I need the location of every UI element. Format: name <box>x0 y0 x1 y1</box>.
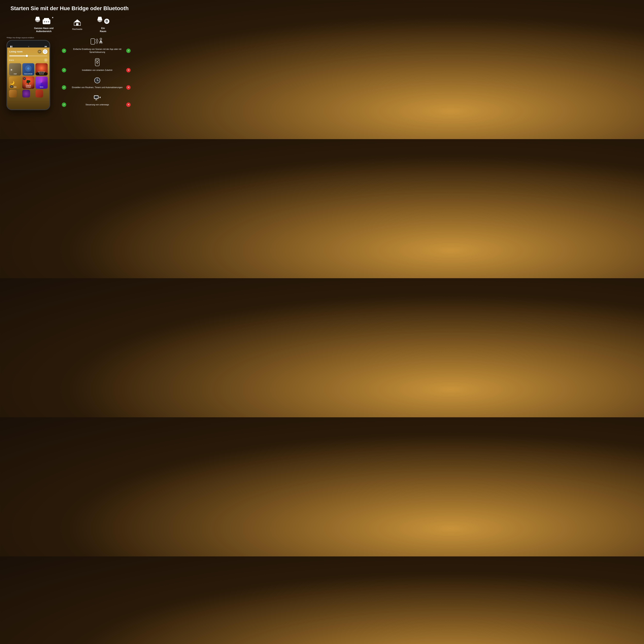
svg-rect-43 <box>94 96 98 98</box>
features-column: Einfache Erstellung von Szenen mit der A… <box>58 37 133 112</box>
spotlight-icon-2 <box>96 17 103 26</box>
main-container: Starten Sie mit der Hue Bridge oder Blue… <box>0 0 139 139</box>
slider-fill <box>9 56 26 56</box>
remote-access-icon-row <box>62 94 133 101</box>
clock-icon-row <box>62 77 133 84</box>
read-icon: ☀ <box>9 67 21 72</box>
scenes-add-button[interactable]: + <box>44 58 48 62</box>
scenes-label: ENES <box>9 59 14 61</box>
scene-read[interactable]: ☀ read <box>9 63 21 75</box>
feature-accessories-row: Installation von smartem Zubehör <box>62 68 133 72</box>
scenes-bluetooth-check <box>126 49 131 53</box>
battery-indicator: ▮▮▮ <box>45 46 47 47</box>
relax-more[interactable]: ••• <box>10 85 13 88</box>
svg-point-35 <box>97 63 98 64</box>
svg-text:B: B <box>106 19 108 23</box>
svg-point-41 <box>97 80 98 81</box>
tropical-label: Tropical Twilight <box>22 84 35 89</box>
svg-point-4 <box>44 21 45 22</box>
bottom-scene-1[interactable] <box>9 90 17 98</box>
feature-routines-row: Einstellen von Routinen, Timern und Auto… <box>62 85 133 90</box>
scene-soho[interactable]: Soho <box>35 77 48 89</box>
bluetooth-icons: B <box>96 17 110 26</box>
feature-scenes-center: Einfache Erstellung von Szenen mit der A… <box>70 48 125 54</box>
relax-icon: 🌙 <box>9 79 21 85</box>
remote-access-icon <box>94 94 101 101</box>
routines-bridge-check <box>62 85 66 90</box>
tropical-edit-badge[interactable]: ✎ <box>23 77 26 80</box>
phone-room-header: Living room ••• <box>7 48 49 55</box>
spotlight-icon <box>34 17 41 26</box>
scene-savannah[interactable]: Savannah Sunset <box>35 63 48 75</box>
soho-label: Soho <box>35 85 48 89</box>
signal-indicator: ▐▌▌ <box>10 46 13 47</box>
bottom-scene-2[interactable] <box>22 90 30 98</box>
phone-room-icons: ••• <box>38 49 47 54</box>
feature-accessories-text: Installation von smartem Zubehör <box>82 69 112 72</box>
phone-room-title: Living room <box>9 50 23 53</box>
routines-bluetooth-x <box>126 85 131 90</box>
content-area: *Philips Hue Bridge separat erhältlich ▐… <box>6 37 133 112</box>
scene-relax[interactable]: ••• 🌙 elax <box>9 77 21 89</box>
concentrate-label: Concentrate <box>22 72 35 75</box>
feature-remote-text: Steuerung von unterwegs <box>86 103 109 106</box>
bluetooth-label: Ein Raum <box>100 27 106 33</box>
svg-point-20 <box>27 67 29 69</box>
savannah-label: Savannah Sunset <box>35 70 48 75</box>
svg-marker-9 <box>74 20 81 22</box>
top-section: * Ganzes Haus und Außenbereich Reichweit… <box>6 17 133 33</box>
remote-icon <box>94 58 100 66</box>
phone-status-bar: ▐▌▌ ⍐ ▮▮▮ <box>7 45 49 48</box>
remote-icon-row <box>62 58 133 66</box>
scene-tropical[interactable]: ✎ Tropical Twilight <box>22 77 35 89</box>
accessories-bridge-check <box>62 68 66 72</box>
bottom-scene-3[interactable] <box>35 90 43 98</box>
page-title: Starten Sie mit der Hue Bridge oder Blue… <box>6 5 133 12</box>
remote-bridge-check <box>62 103 66 107</box>
phone-bottom-row <box>7 89 49 99</box>
svg-point-36 <box>97 61 98 62</box>
svg-point-5 <box>46 21 47 22</box>
scenes-section: ENES + ☀ read <box>7 58 49 89</box>
feature-remote-center: Steuerung von unterwegs <box>70 103 125 106</box>
phone-notch <box>21 42 36 45</box>
svg-rect-2 <box>37 22 39 22</box>
scenes-grid-row2: ••• 🌙 elax <box>9 77 48 89</box>
clock-icon <box>94 77 101 84</box>
bridge-column: * Ganzes Haus und Außenbereich <box>23 17 64 33</box>
brightness-slider[interactable] <box>7 55 49 58</box>
bridge-asterisk: * <box>52 16 53 20</box>
phone-menu-button[interactable]: ••• <box>38 50 41 54</box>
svg-rect-10 <box>76 23 78 26</box>
home-icon <box>74 19 81 27</box>
svg-rect-13 <box>99 22 101 22</box>
feature-routines-center: Einstellen von Routinen, Timern und Auto… <box>70 86 125 89</box>
svg-rect-24 <box>91 39 95 44</box>
hue-bridge-icon <box>42 17 51 26</box>
scenes-grid-row1: ☀ read <box>9 63 48 75</box>
phone-toggle-button[interactable] <box>43 49 47 54</box>
feature-accessories-center: Installation von smartem Zubehör <box>70 69 125 72</box>
accessories-bluetooth-x <box>126 68 131 72</box>
svg-marker-11 <box>97 17 102 20</box>
concentrate-rings <box>25 65 32 72</box>
feature-remote-row: Steuerung von unterwegs <box>62 103 133 107</box>
feature-scenes-row: Einfache Erstellung von Szenen mit der A… <box>62 48 133 54</box>
svg-point-33 <box>96 62 97 63</box>
range-column: Reichweite <box>64 19 90 30</box>
svg-rect-12 <box>98 21 102 21</box>
nfc-icons <box>90 37 105 46</box>
nfc-icon-row <box>62 37 133 46</box>
read-label: read <box>9 72 21 75</box>
phone-frame: ▐▌▌ ⍐ ▮▮▮ Living room ••• <box>6 40 50 110</box>
scene-concentrate[interactable]: Concentrate <box>22 63 35 75</box>
feature-routines-text: Einstellen von Routinen, Timern und Auto… <box>72 86 123 89</box>
remote-bluetooth-x <box>126 103 131 107</box>
bottom-scenes-grid <box>9 90 48 98</box>
slider-track <box>9 56 47 56</box>
svg-marker-0 <box>35 17 40 20</box>
svg-point-6 <box>48 21 49 22</box>
wifi-indicator: ⍐ <box>28 46 29 47</box>
svg-rect-7 <box>44 18 49 20</box>
scenes-bridge-check <box>62 49 66 53</box>
